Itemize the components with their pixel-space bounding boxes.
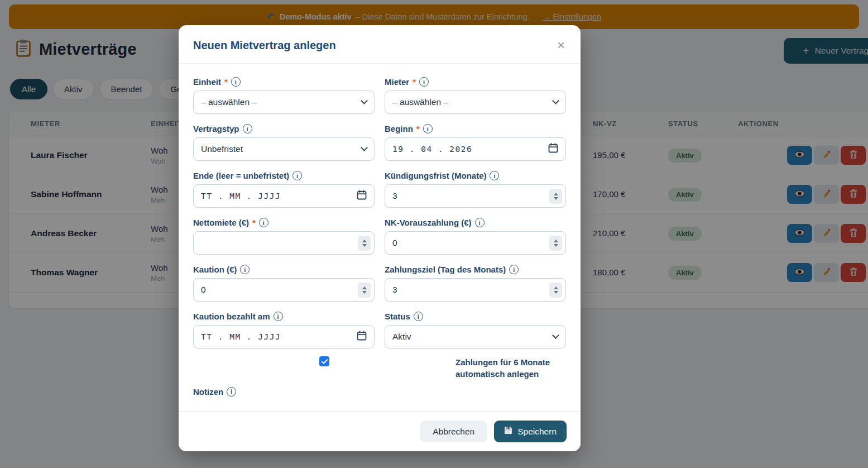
info-icon[interactable]: i <box>240 265 250 274</box>
status-label: Status <box>385 312 410 321</box>
nettomiete-number-input[interactable] <box>193 231 375 255</box>
info-icon[interactable]: i <box>231 77 241 87</box>
info-icon[interactable]: i <box>490 171 499 180</box>
check-icon <box>322 356 328 366</box>
zahlungsziel-number-input[interactable]: 3 <box>385 278 566 302</box>
number-stepper[interactable] <box>358 236 371 251</box>
ende-label: Ende (leer = unbefristet) <box>193 171 289 180</box>
modal-body: Einheit * i – auswählen – Mieter * i – a… <box>179 64 581 411</box>
nk-vorauszahlung-number-input[interactable]: 0 <box>385 231 566 255</box>
auto-payments-checkbox[interactable] <box>319 356 329 366</box>
beginn-label: Beginn <box>385 124 413 133</box>
beginn-date-input[interactable]: 19 . 04 . 2026 <box>385 137 566 161</box>
modal-header: Neuen Mietvertrag anlegen × <box>179 25 581 64</box>
number-stepper[interactable] <box>549 236 562 251</box>
info-icon[interactable]: i <box>259 218 268 227</box>
kuendigungsfrist-label: Kündigungsfrist (Monate) <box>385 171 486 180</box>
save-label: Speichern <box>517 427 557 437</box>
chevron-down-icon <box>552 332 559 339</box>
mieter-select[interactable]: – auswählen – <box>385 90 566 114</box>
nettomiete-label: Nettomiete (€) <box>193 218 249 227</box>
chevron-down-icon <box>361 144 368 151</box>
number-stepper[interactable] <box>549 189 562 204</box>
info-icon[interactable]: i <box>475 218 485 227</box>
field-nk-vorauszahlung: NK-Vorauszahlung (€) i 0 <box>385 218 566 255</box>
info-icon[interactable]: i <box>243 124 252 133</box>
einheit-label: Einheit <box>193 77 221 87</box>
vertragstyp-select[interactable]: Unbefristet <box>193 137 375 161</box>
kaution-number-input[interactable]: 0 <box>193 278 375 302</box>
info-icon[interactable]: i <box>419 77 429 87</box>
vertragstyp-label: Vertragstyp <box>193 124 239 133</box>
kaution-bezahlt-am-label: Kaution bezahlt am <box>193 312 270 321</box>
kuendigungsfrist-number-input[interactable]: 3 <box>385 184 566 208</box>
number-stepper[interactable] <box>358 283 371 298</box>
info-icon[interactable]: i <box>414 312 423 321</box>
calendar-icon[interactable] <box>548 143 558 155</box>
cancel-button[interactable]: Abbrechen <box>420 421 487 442</box>
zahlungsziel-label: Zahlungsziel (Tag des Monats) <box>385 265 506 274</box>
info-icon[interactable]: i <box>227 387 236 397</box>
required-mark: * <box>252 218 256 227</box>
floppy-disk-icon <box>504 426 512 437</box>
required-mark: * <box>224 77 228 87</box>
modal-footer: Abbrechen Speichern <box>179 411 581 451</box>
einheit-select[interactable]: – auswählen – <box>193 90 375 114</box>
field-beginn: Beginn * i 19 . 04 . 2026 <box>385 124 566 161</box>
save-button[interactable]: Speichern <box>494 421 567 442</box>
required-mark: * <box>416 124 420 133</box>
new-contract-modal: Neuen Mietvertrag anlegen × Einheit * i … <box>179 25 581 451</box>
kaution-bezahlt-am-date-input[interactable]: TT . MM . JJJJ <box>193 325 375 348</box>
status-select[interactable]: Aktiv <box>385 325 566 348</box>
field-ende: Ende (leer = unbefristet) i TT . MM . JJ… <box>193 171 375 208</box>
chevron-down-icon <box>552 97 559 104</box>
modal-title: Neuen Mietvertrag anlegen <box>193 39 336 52</box>
mieter-label: Mieter <box>385 77 409 87</box>
nk-vorauszahlung-label: NK-Vorauszahlung (€) <box>385 218 472 227</box>
auto-payments-label: Zahlungen für 6 Monate automatisch anleg… <box>455 356 555 380</box>
field-nettomiete: Nettomiete (€) * i <box>193 218 375 255</box>
info-icon[interactable]: i <box>423 124 433 133</box>
field-kaution-bezahlt-am: Kaution bezahlt am i TT . MM . JJJJ <box>193 312 375 348</box>
calendar-icon[interactable] <box>357 190 367 202</box>
field-kuendigungsfrist: Kündigungsfrist (Monate) i 3 <box>385 171 566 208</box>
close-icon[interactable]: × <box>557 39 565 52</box>
field-vertragstyp: Vertragstyp i Unbefristet <box>193 124 375 161</box>
field-zahlungsziel: Zahlungsziel (Tag des Monats) i 3 <box>385 265 566 302</box>
number-stepper[interactable] <box>549 283 562 298</box>
notizen-label: Notizen <box>193 387 223 397</box>
field-kaution: Kaution (€) i 0 <box>193 265 375 302</box>
field-mieter: Mieter * i – auswählen – <box>385 77 566 114</box>
auto-payments-row: Zahlungen für 6 Monate automatisch anleg… <box>193 356 566 380</box>
field-status: Status i Aktiv <box>385 312 566 348</box>
info-icon[interactable]: i <box>292 171 302 180</box>
info-icon[interactable]: i <box>509 265 519 274</box>
calendar-icon[interactable] <box>357 331 367 343</box>
required-mark: * <box>413 77 416 87</box>
field-notizen: Notizen i <box>193 387 566 397</box>
field-einheit: Einheit * i – auswählen – <box>193 77 375 114</box>
chevron-down-icon <box>361 97 368 104</box>
kaution-label: Kaution (€) <box>193 265 237 274</box>
info-icon[interactable]: i <box>274 312 283 321</box>
ende-date-input[interactable]: TT . MM . JJJJ <box>193 184 375 208</box>
